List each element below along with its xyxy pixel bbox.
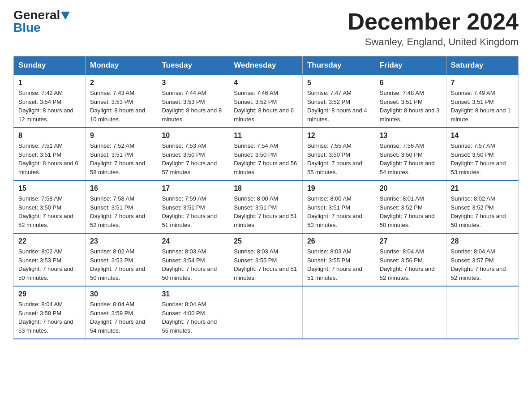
location: Swanley, England, United Kingdom xyxy=(348,36,519,48)
calendar-cell: 26 Sunrise: 8:03 AMSunset: 3:55 PMDaylig… xyxy=(302,233,375,286)
calendar-week-row: 8 Sunrise: 7:51 AMSunset: 3:51 PMDayligh… xyxy=(14,128,519,180)
day-number: 23 xyxy=(90,237,152,245)
day-info: Sunrise: 8:04 AMSunset: 3:58 PMDaylight:… xyxy=(18,300,81,335)
day-number: 30 xyxy=(90,290,152,298)
day-number: 27 xyxy=(380,237,442,245)
month-title: December 2024 xyxy=(348,9,519,34)
calendar-cell: 13 Sunrise: 7:56 AMSunset: 3:50 PMDaylig… xyxy=(375,128,446,180)
calendar-cell xyxy=(446,286,518,339)
calendar-cell: 12 Sunrise: 7:55 AMSunset: 3:50 PMDaylig… xyxy=(302,128,375,180)
day-info: Sunrise: 7:42 AMSunset: 3:54 PMDaylight:… xyxy=(18,89,81,124)
calendar-header-friday: Friday xyxy=(375,56,446,75)
day-info: Sunrise: 8:02 AMSunset: 3:52 PMDaylight:… xyxy=(451,194,514,229)
calendar-cell: 31 Sunrise: 8:04 AMSunset: 4:00 PMDaylig… xyxy=(157,286,229,339)
page-header: General Blue December 2024 Swanley, Engl… xyxy=(13,9,519,48)
calendar-cell: 30 Sunrise: 8:04 AMSunset: 3:59 PMDaylig… xyxy=(86,286,157,339)
calendar-cell xyxy=(375,286,446,339)
calendar-cell: 10 Sunrise: 7:53 AMSunset: 3:50 PMDaylig… xyxy=(157,128,229,180)
day-number: 1 xyxy=(18,79,81,87)
calendar-cell: 27 Sunrise: 8:04 AMSunset: 3:56 PMDaylig… xyxy=(375,233,446,286)
day-info: Sunrise: 7:53 AMSunset: 3:50 PMDaylight:… xyxy=(162,141,224,176)
day-info: Sunrise: 7:48 AMSunset: 3:51 PMDaylight:… xyxy=(380,89,442,124)
calendar-cell: 17 Sunrise: 7:59 AMSunset: 3:51 PMDaylig… xyxy=(157,180,229,233)
calendar-cell: 29 Sunrise: 8:04 AMSunset: 3:58 PMDaylig… xyxy=(14,286,86,339)
day-info: Sunrise: 7:44 AMSunset: 3:53 PMDaylight:… xyxy=(162,89,224,124)
calendar-header-tuesday: Tuesday xyxy=(157,56,229,75)
calendar-header-wednesday: Wednesday xyxy=(229,56,303,75)
day-info: Sunrise: 7:56 AMSunset: 3:50 PMDaylight:… xyxy=(380,141,442,176)
day-info: Sunrise: 8:03 AMSunset: 3:55 PMDaylight:… xyxy=(307,247,370,282)
day-info: Sunrise: 8:02 AMSunset: 3:53 PMDaylight:… xyxy=(18,247,81,282)
logo-general-text: General xyxy=(13,8,60,22)
calendar-cell: 19 Sunrise: 8:00 AMSunset: 3:51 PMDaylig… xyxy=(302,180,375,233)
calendar-week-row: 22 Sunrise: 8:02 AMSunset: 3:53 PMDaylig… xyxy=(14,233,519,286)
day-number: 5 xyxy=(307,79,370,87)
day-number: 4 xyxy=(234,79,298,87)
calendar-cell: 21 Sunrise: 8:02 AMSunset: 3:52 PMDaylig… xyxy=(446,180,518,233)
day-number: 17 xyxy=(162,184,224,193)
calendar-header-saturday: Saturday xyxy=(446,56,518,75)
day-info: Sunrise: 7:57 AMSunset: 3:50 PMDaylight:… xyxy=(451,141,514,176)
calendar-cell: 14 Sunrise: 7:57 AMSunset: 3:50 PMDaylig… xyxy=(446,128,518,180)
day-number: 18 xyxy=(234,184,298,193)
day-number: 12 xyxy=(307,132,370,140)
day-number: 14 xyxy=(451,132,514,140)
day-number: 24 xyxy=(162,237,224,245)
calendar-week-row: 29 Sunrise: 8:04 AMSunset: 3:58 PMDaylig… xyxy=(14,286,519,339)
day-info: Sunrise: 7:58 AMSunset: 3:50 PMDaylight:… xyxy=(18,194,81,229)
day-info: Sunrise: 7:43 AMSunset: 3:53 PMDaylight:… xyxy=(90,89,152,124)
day-info: Sunrise: 8:04 AMSunset: 3:59 PMDaylight:… xyxy=(90,300,152,335)
calendar-cell: 16 Sunrise: 7:58 AMSunset: 3:51 PMDaylig… xyxy=(86,180,157,233)
day-number: 13 xyxy=(380,132,442,140)
day-number: 25 xyxy=(234,237,298,245)
logo: General Blue xyxy=(13,9,70,34)
calendar-cell: 28 Sunrise: 8:04 AMSunset: 3:57 PMDaylig… xyxy=(446,233,518,286)
calendar-cell: 8 Sunrise: 7:51 AMSunset: 3:51 PMDayligh… xyxy=(14,128,86,180)
day-number: 26 xyxy=(307,237,370,245)
calendar-week-row: 1 Sunrise: 7:42 AMSunset: 3:54 PMDayligh… xyxy=(14,75,519,128)
calendar-cell: 11 Sunrise: 7:54 AMSunset: 3:50 PMDaylig… xyxy=(229,128,303,180)
calendar-cell: 3 Sunrise: 7:44 AMSunset: 3:53 PMDayligh… xyxy=(157,75,229,128)
calendar-header-thursday: Thursday xyxy=(302,56,375,75)
calendar-header-sunday: Sunday xyxy=(14,56,86,75)
calendar-cell: 25 Sunrise: 8:03 AMSunset: 3:55 PMDaylig… xyxy=(229,233,303,286)
calendar-cell: 24 Sunrise: 8:03 AMSunset: 3:54 PMDaylig… xyxy=(157,233,229,286)
day-info: Sunrise: 7:52 AMSunset: 3:51 PMDaylight:… xyxy=(90,141,152,176)
calendar-cell: 20 Sunrise: 8:01 AMSunset: 3:52 PMDaylig… xyxy=(375,180,446,233)
calendar-cell: 23 Sunrise: 8:02 AMSunset: 3:53 PMDaylig… xyxy=(86,233,157,286)
title-block: December 2024 Swanley, England, United K… xyxy=(348,9,519,48)
day-number: 7 xyxy=(451,79,514,87)
day-info: Sunrise: 8:03 AMSunset: 3:55 PMDaylight:… xyxy=(234,247,298,282)
calendar-cell xyxy=(229,286,303,339)
calendar-cell: 9 Sunrise: 7:52 AMSunset: 3:51 PMDayligh… xyxy=(86,128,157,180)
day-number: 8 xyxy=(18,132,81,140)
day-number: 9 xyxy=(90,132,152,140)
day-number: 29 xyxy=(18,290,81,298)
day-number: 6 xyxy=(380,79,442,87)
day-number: 28 xyxy=(451,237,514,245)
day-number: 11 xyxy=(234,132,298,140)
day-number: 21 xyxy=(451,184,514,193)
calendar-table: SundayMondayTuesdayWednesdayThursdayFrid… xyxy=(13,56,519,339)
calendar-header-monday: Monday xyxy=(86,56,157,75)
day-info: Sunrise: 7:58 AMSunset: 3:51 PMDaylight:… xyxy=(90,194,152,229)
day-info: Sunrise: 7:59 AMSunset: 3:51 PMDaylight:… xyxy=(162,194,224,229)
day-info: Sunrise: 8:04 AMSunset: 3:57 PMDaylight:… xyxy=(451,247,514,282)
day-info: Sunrise: 8:03 AMSunset: 3:54 PMDaylight:… xyxy=(162,247,224,282)
day-info: Sunrise: 8:04 AMSunset: 3:56 PMDaylight:… xyxy=(380,247,442,282)
calendar-cell: 7 Sunrise: 7:49 AMSunset: 3:51 PMDayligh… xyxy=(446,75,518,128)
day-number: 20 xyxy=(380,184,442,193)
calendar-cell: 18 Sunrise: 8:00 AMSunset: 3:51 PMDaylig… xyxy=(229,180,303,233)
calendar-header-row: SundayMondayTuesdayWednesdayThursdayFrid… xyxy=(14,56,519,75)
day-info: Sunrise: 7:55 AMSunset: 3:50 PMDaylight:… xyxy=(307,141,370,176)
day-number: 31 xyxy=(162,290,224,298)
day-number: 2 xyxy=(90,79,152,87)
day-number: 10 xyxy=(162,132,224,140)
logo-triangle-icon xyxy=(61,12,70,20)
calendar-cell: 1 Sunrise: 7:42 AMSunset: 3:54 PMDayligh… xyxy=(14,75,86,128)
day-info: Sunrise: 7:47 AMSunset: 3:52 PMDaylight:… xyxy=(307,89,370,124)
day-info: Sunrise: 8:00 AMSunset: 3:51 PMDaylight:… xyxy=(307,194,370,229)
day-info: Sunrise: 7:54 AMSunset: 3:50 PMDaylight:… xyxy=(234,141,298,176)
calendar-cell: 6 Sunrise: 7:48 AMSunset: 3:51 PMDayligh… xyxy=(375,75,446,128)
day-info: Sunrise: 8:02 AMSunset: 3:53 PMDaylight:… xyxy=(90,247,152,282)
